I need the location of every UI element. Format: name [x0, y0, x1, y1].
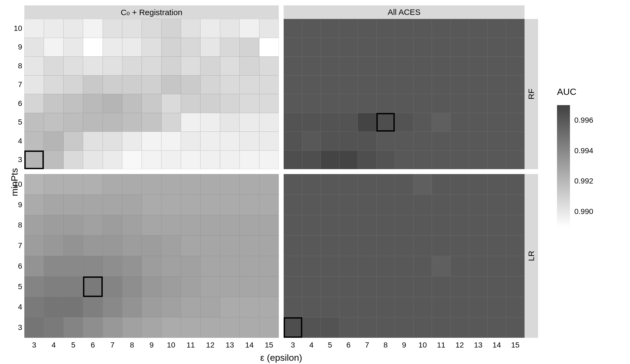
heatmap-cell — [240, 215, 259, 236]
heatmap-cell — [488, 113, 506, 132]
x-axis-tick: 14 — [245, 341, 254, 349]
heatmap-cell — [339, 235, 358, 256]
heatmap-cell — [450, 276, 469, 297]
heatmap-cell — [44, 317, 63, 338]
heatmap-cell — [339, 195, 358, 215]
x-axis-tick: 11 — [187, 341, 195, 349]
heatmap-cell — [469, 151, 488, 169]
heatmap-cell — [240, 195, 259, 215]
heatmap-cell — [103, 151, 122, 169]
heatmap-cell — [44, 132, 63, 151]
heatmap-cell — [83, 215, 102, 236]
heatmap-cell — [284, 276, 302, 297]
heatmap-cell — [376, 132, 395, 151]
heatmap-cell — [24, 276, 44, 297]
heatmap-cell — [432, 297, 450, 318]
heatmap-cell — [450, 151, 469, 169]
heatmap — [24, 174, 279, 338]
heatmap-cell — [83, 297, 102, 318]
x-axis-tick: 14 — [493, 341, 501, 349]
heatmap-cell — [321, 297, 339, 318]
heatmap-cell — [358, 151, 376, 169]
heatmap-cell — [220, 113, 240, 132]
heatmap-cell — [450, 195, 469, 215]
x-axis-tick: 9 — [150, 341, 154, 349]
heatmap-cell — [24, 56, 44, 75]
heatmap-cell — [284, 174, 302, 195]
heatmap-cell — [24, 151, 44, 169]
heatmap-cell — [83, 56, 102, 75]
heatmap-cell — [358, 75, 376, 94]
heatmap-cell — [321, 215, 339, 236]
heatmap-cell — [432, 94, 450, 113]
heatmap-cell — [413, 297, 432, 318]
heatmap-cell — [44, 195, 63, 215]
heatmap-cell — [339, 256, 358, 276]
heatmap-cell — [44, 38, 63, 57]
heatmap-cell — [220, 94, 240, 113]
heatmap-cell — [339, 174, 358, 195]
heatmap-cell — [395, 317, 413, 338]
heatmap-cell — [506, 113, 525, 132]
heatmap-cell — [200, 195, 220, 215]
y-axis-tick: 3 — [18, 155, 22, 164]
heatmap-cell — [284, 75, 302, 94]
y-axis-tick: 5 — [18, 118, 22, 126]
heatmap-cell — [161, 94, 181, 113]
heatmap-cell — [506, 38, 525, 57]
heatmap-cell — [200, 317, 220, 338]
heatmap-cell — [358, 94, 376, 113]
heatmap-cell — [44, 94, 63, 113]
heatmap-cell — [181, 235, 200, 256]
heatmap-cell — [220, 195, 240, 215]
heatmap-cell — [83, 38, 102, 57]
heatmap-cell — [24, 297, 44, 318]
heatmap-cell — [469, 317, 488, 338]
heatmap-cell — [240, 19, 259, 38]
heatmap-cell — [83, 132, 102, 151]
heatmap-cell — [103, 132, 122, 151]
heatmap-cell — [259, 38, 279, 57]
heatmap-cell — [122, 276, 142, 297]
heatmap-cell — [259, 113, 279, 132]
x-axis-tick: 15 — [511, 341, 519, 349]
heatmap-cell — [181, 113, 200, 132]
heatmap-cell — [161, 174, 181, 195]
heatmap-cell — [376, 38, 395, 57]
heatmap-cell — [259, 19, 279, 38]
heatmap-cell — [395, 256, 413, 276]
heatmap-cell — [376, 235, 395, 256]
heatmap-cell — [24, 38, 44, 57]
heatmap-cell — [413, 235, 432, 256]
heatmap-cell — [181, 75, 200, 94]
heatmap-cell — [122, 174, 142, 195]
heatmap-cell — [450, 75, 469, 94]
heatmap-cell — [64, 317, 83, 338]
heatmap-cell — [181, 297, 200, 318]
y-axis-tick: 10 — [14, 24, 22, 33]
heatmap-cell — [321, 256, 339, 276]
heatmap-cell — [469, 75, 488, 94]
heatmap-cell — [469, 195, 488, 215]
heatmap-cell — [302, 235, 321, 256]
heatmap-cell — [432, 174, 450, 195]
heatmap-cell — [181, 94, 200, 113]
heatmap-cell — [83, 235, 102, 256]
heatmap-cell — [142, 235, 161, 256]
heatmap-cell — [321, 317, 339, 338]
heatmap-cell — [259, 75, 279, 94]
heatmap-cell — [376, 94, 395, 113]
heatmap-cell — [284, 113, 302, 132]
heatmap-cell — [220, 256, 240, 276]
legend-title: AUC — [552, 86, 622, 97]
heatmap-cell — [200, 94, 220, 113]
heatmap-cell — [321, 75, 339, 94]
heatmap-cell — [432, 276, 450, 297]
heatmap-cell — [302, 56, 321, 75]
heatmap-cell — [83, 174, 102, 195]
heatmap-cell — [122, 297, 142, 318]
heatmap-cell — [181, 276, 200, 297]
heatmap-cell — [469, 113, 488, 132]
heatmap-cell — [103, 235, 122, 256]
heatmap-cell — [259, 195, 279, 215]
